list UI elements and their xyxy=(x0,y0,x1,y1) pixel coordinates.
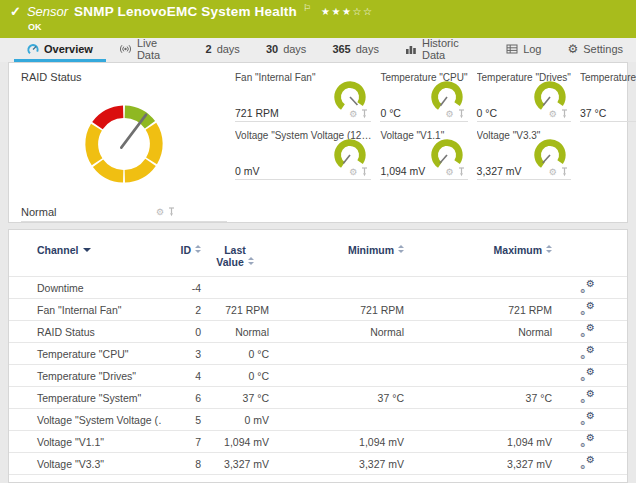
gauge-settings-gear-icon[interactable]: ⚙ xyxy=(349,168,357,177)
gauge-pin-icon[interactable] xyxy=(168,207,175,217)
mini-gauge-fan-internal-fan[interactable]: Fan "Internal Fan" 721 RPM ⚙ xyxy=(235,71,371,122)
channel-settings-icon[interactable]: ⚙⚙ xyxy=(580,456,595,469)
channel-id: 5 xyxy=(161,409,201,431)
tab-365-days-number: 365 xyxy=(332,43,350,55)
mini-gauge-voltage-v1-1[interactable]: Voltage "V1.1" 1,094 mV ⚙ xyxy=(380,129,467,180)
channel-id: 2 xyxy=(161,299,201,321)
channel-name[interactable]: Temperature "System" xyxy=(9,387,161,409)
gauges-panel: RAID Status Normal ⚙ xyxy=(8,62,628,223)
channel-name[interactable]: Voltage "V1.1" xyxy=(9,431,161,453)
tab-bar: Overview Live Data 2 days 30 days 365 da… xyxy=(0,38,636,62)
gauge-pin-icon[interactable] xyxy=(361,109,368,119)
tab-365-days[interactable]: 365 days xyxy=(319,38,392,62)
channel-name[interactable]: Voltage "V3.3" xyxy=(9,453,161,475)
mini-gauge-temperature-system[interactable]: Temperature "System" 37 °C ⚙ xyxy=(580,71,636,122)
gauge-pin-icon[interactable] xyxy=(361,167,368,177)
tab-30-days-unit: days xyxy=(283,43,306,55)
gauge-settings-gear-icon[interactable]: ⚙ xyxy=(445,168,453,177)
tab-2-days-number: 2 xyxy=(206,43,212,55)
channel-minimum: 3,327 mV xyxy=(269,453,404,475)
channel-settings-icon[interactable]: ⚙⚙ xyxy=(580,390,595,403)
channel-minimum xyxy=(269,343,404,365)
channel-name[interactable]: Voltage "System Voltage (… xyxy=(9,409,161,431)
gauge-settings-gear-icon[interactable]: ⚙ xyxy=(549,168,557,177)
mini-gauge-needle xyxy=(344,155,351,164)
channel-maximum: Normal xyxy=(404,321,552,343)
channel-name[interactable]: Fan "Internal Fan" xyxy=(9,299,161,321)
column-header-id[interactable]: ID xyxy=(161,242,201,277)
mini-gauge-needle xyxy=(439,155,446,163)
column-header-maximum[interactable]: Maximum xyxy=(404,242,552,277)
channel-settings-icon[interactable]: ⚙⚙ xyxy=(580,434,595,447)
column-header-last-value[interactable]: LastValue xyxy=(201,242,269,277)
mini-gauge-temperature-drives[interactable]: Temperature "Drives" 0 °C ⚙ xyxy=(477,71,571,122)
channel-maximum: 37 °C xyxy=(404,387,552,409)
channel-settings-icon[interactable]: ⚙⚙ xyxy=(580,346,595,359)
channel-name[interactable]: RAID Status xyxy=(9,321,161,343)
channel-settings-icon[interactable]: ⚙⚙ xyxy=(580,280,595,293)
tab-historic-data[interactable]: Historic Data xyxy=(392,38,493,62)
sensor-status-text: OK xyxy=(28,22,626,32)
column-header-edit xyxy=(552,242,627,277)
channel-name[interactable]: Temperature "CPU" xyxy=(9,343,161,365)
channel-last-value xyxy=(201,277,269,299)
gauge-pin-icon[interactable] xyxy=(561,167,568,177)
mini-gauge-needle xyxy=(543,155,550,163)
priority-stars[interactable]: ★★★☆☆ xyxy=(321,6,373,17)
channel-name[interactable]: Downtime xyxy=(9,277,161,299)
channel-id: 7 xyxy=(161,431,201,453)
channel-maximum xyxy=(404,409,552,431)
gauge-pin-icon[interactable] xyxy=(561,109,568,119)
channel-minimum: 721 RPM xyxy=(269,299,404,321)
channels-table-panel: Channel ID LastValue Minimum Maximum Dow… xyxy=(8,229,628,483)
table-row-voltage-v3-3: Voltage "V3.3" 8 3,327 mV 3,327 mV 3,327… xyxy=(9,453,627,475)
channel-maximum: 721 RPM xyxy=(404,299,552,321)
gauge-settings-gear-icon[interactable]: ⚙ xyxy=(445,110,453,119)
tab-30-days[interactable]: 30 days xyxy=(253,38,320,62)
mini-gauge-voltage-v3-3[interactable]: Voltage "V3.3" 3,327 mV ⚙ xyxy=(477,129,571,180)
channel-settings-icon[interactable]: ⚙⚙ xyxy=(580,412,595,425)
channel-minimum: Normal xyxy=(269,321,404,343)
column-header-channel[interactable]: Channel xyxy=(9,242,161,277)
tab-overview[interactable]: Overview xyxy=(14,38,106,62)
gauge-settings-gear-icon[interactable]: ⚙ xyxy=(156,208,164,217)
mini-gauge-temperature-cpu[interactable]: Temperature "CPU" 0 °C ⚙ xyxy=(380,71,467,122)
gauge-pin-icon[interactable] xyxy=(458,167,465,177)
tab-settings[interactable]: ⚙ Settings xyxy=(554,38,636,62)
sort-arrows-icon xyxy=(195,245,201,253)
tab-overview-label: Overview xyxy=(44,43,93,55)
channel-minimum xyxy=(269,277,404,299)
tab-live-data[interactable]: Live Data xyxy=(106,38,193,62)
overview-gauge-icon xyxy=(27,43,39,55)
channel-id: 0 xyxy=(161,321,201,343)
channel-last-value: 0 °C xyxy=(201,343,269,365)
tab-2-days[interactable]: 2 days xyxy=(193,38,253,62)
channel-last-value: 0 mV xyxy=(201,409,269,431)
mini-gauge-needle xyxy=(543,97,550,105)
raid-gauge-value: Normal xyxy=(21,206,56,218)
channel-settings-icon[interactable]: ⚙⚙ xyxy=(580,302,595,315)
live-data-icon xyxy=(119,43,132,55)
mini-gauge-value: 3,327 mV xyxy=(477,165,522,177)
gauge-settings-gear-icon[interactable]: ⚙ xyxy=(549,110,557,119)
channel-name[interactable]: Temperature "Drives" xyxy=(9,365,161,387)
tab-historic-data-label: Historic Data xyxy=(422,37,480,61)
channel-settings-icon[interactable]: ⚙⚙ xyxy=(580,324,595,337)
sensor-status-header: ✓ Sensor SNMP LenovoEMC System Health ⚐ … xyxy=(0,0,636,38)
table-row-voltage-system: Voltage "System Voltage (… 5 0 mV ⚙⚙ xyxy=(9,409,627,431)
channel-settings-icon[interactable]: ⚙⚙ xyxy=(580,368,595,381)
table-row-temperature-drives: Temperature "Drives" 4 0 °C ⚙⚙ xyxy=(9,365,627,387)
mini-gauge-voltage-system[interactable]: Voltage "System Voltage (12… 0 mV ⚙ xyxy=(235,129,371,180)
channel-maximum: 3,327 mV xyxy=(404,453,552,475)
gauge-settings-gear-icon[interactable]: ⚙ xyxy=(349,110,357,119)
column-header-minimum[interactable]: Minimum xyxy=(269,242,404,277)
tab-log[interactable]: Log xyxy=(493,38,554,62)
channel-minimum xyxy=(269,409,404,431)
channels-table: Channel ID LastValue Minimum Maximum Dow… xyxy=(9,242,627,475)
channel-minimum: 1,094 mV xyxy=(269,431,404,453)
gauge-pin-icon[interactable] xyxy=(458,109,465,119)
flag-icon[interactable]: ⚐ xyxy=(303,3,311,13)
raid-status-gauge-panel[interactable]: RAID Status Normal ⚙ xyxy=(21,71,227,222)
channel-last-value: Normal xyxy=(201,321,269,343)
channel-id: 6 xyxy=(161,387,201,409)
